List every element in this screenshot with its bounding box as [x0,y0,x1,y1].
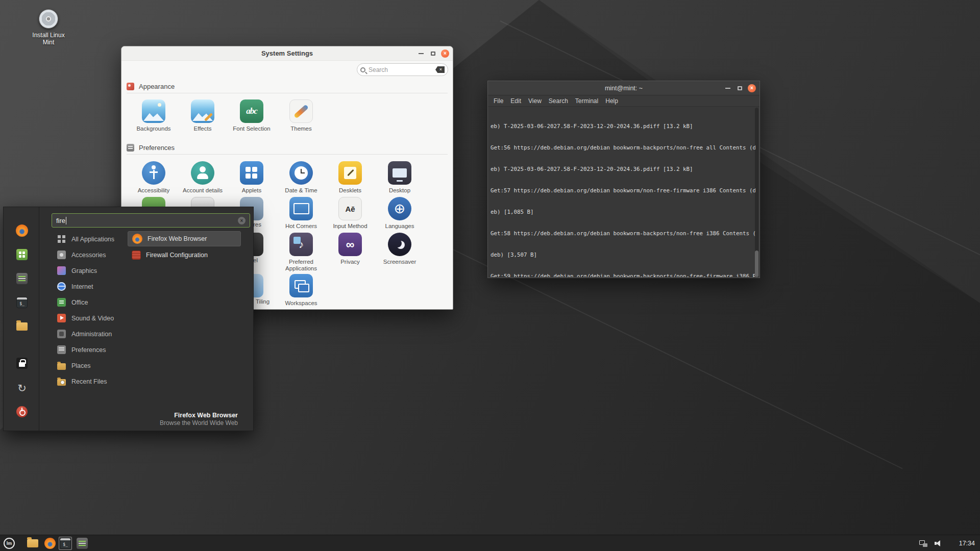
clear-search-icon[interactable]: × [435,66,445,73]
tile-label: Account details [179,187,226,194]
system-tray [919,535,942,551]
terminal-favorite-button[interactable]: $_ [15,295,29,310]
settings-maximize-button[interactable] [428,46,438,61]
software-sources-button[interactable] [15,271,29,286]
lock-screen-button[interactable] [15,356,29,370]
category-graphics[interactable]: Graphics [53,263,127,279]
category-label: Preferences [71,346,106,354]
tile-label: Desklets [327,187,374,194]
category-administration[interactable]: Administration [53,326,127,342]
input-method-icon: Aē [338,197,362,220]
system-settings-app-button[interactable] [76,537,89,550]
category-preferences[interactable]: Preferences [53,342,127,358]
tile-languages[interactable]: ⊕ Languages [376,197,423,230]
settings-titlebar[interactable]: System Settings × [121,46,453,61]
category-accessories[interactable]: Accessories [53,247,127,263]
result-label: Firefox Web Browser [148,235,207,242]
logout-button[interactable]: ↻ [15,381,29,395]
tile-accessibility[interactable]: Accessibility [130,161,177,194]
tile-themes[interactable]: Themes [278,99,325,132]
category-label: Accessories [71,252,106,259]
settings-search-input[interactable]: Search × [357,63,448,76]
tile-preferred-applications[interactable]: ♪ Preferred Applications [278,233,325,272]
category-label: Graphics [71,267,97,274]
category-label: All Applications [71,236,114,243]
software-manager-icon [16,249,28,260]
files-favorite-button[interactable] [15,319,29,334]
tile-workspaces[interactable]: Workspaces [278,274,325,307]
menu-edit[interactable]: Edit [507,97,525,105]
menu-terminal[interactable]: Terminal [572,97,602,105]
volume-icon[interactable] [935,540,942,547]
category-internet[interactable]: Internet [53,279,127,294]
network-icon[interactable] [919,540,927,547]
menu-search[interactable]: Search [545,97,572,105]
preferences-section-header: Preferences [127,141,448,155]
install-shortcut-label: Install Linux Mint [29,32,68,46]
tile-screensaver[interactable]: Screensaver [376,233,423,265]
tile-label: Effects [179,126,226,132]
tile-account-details[interactable]: Account details [179,161,226,194]
panel-clock[interactable]: 17:34 [959,535,975,551]
menu-help[interactable]: Help [602,97,622,105]
taskbar-panel: lm $_ 17:34 [0,535,980,551]
terminal-maximize-button[interactable] [734,81,745,95]
terminal-line: Get:58 https://deb.debian.org/debian boo… [491,230,757,237]
menu-search-input[interactable]: fire × [52,213,250,228]
menu-sidebar: $_ ↻ [4,207,39,431]
result-firefox-web-browser[interactable]: Firefox Web Browser [128,231,241,246]
tile-input-method[interactable]: Aē Input Method [327,197,374,230]
terminal-scrollbar-thumb[interactable] [755,251,758,277]
menu-file[interactable]: File [490,97,507,105]
terminal-line: Get:57 https://deb.debian.org/debian boo… [491,187,757,194]
partial-tile-label: res [253,221,261,228]
tile-privacy[interactable]: ∞ Privacy [327,233,374,265]
tile-effects[interactable]: Effects [179,99,226,132]
graphics-icon [57,266,66,275]
mint-menu: $_ ↻ fire × All Applications Accessories… [3,207,254,431]
software-sources-icon [16,273,28,284]
install-linux-mint-shortcut[interactable]: Install Linux Mint [29,9,68,46]
date-time-icon [289,161,313,185]
tile-backgrounds[interactable]: Backgrounds [130,99,177,132]
category-label: Office [71,299,88,306]
tile-desktop[interactable]: Desktop [376,161,423,194]
shutdown-button[interactable] [15,405,29,419]
menu-view[interactable]: View [525,97,545,105]
terminal-minimize-button[interactable] [723,81,733,95]
tile-date-time[interactable]: Date & Time [278,161,325,194]
category-office[interactable]: Office [53,294,127,310]
tile-hot-corners[interactable]: Hot Corners [278,197,325,230]
result-label: Firewall Configuration [146,252,208,259]
selected-app-name: Firefox Web Browser [160,412,238,419]
tile-applets[interactable]: Applets [228,161,275,194]
folder-icon [27,539,38,547]
category-places[interactable]: Places [53,358,127,373]
terminal-close-button[interactable]: × [747,81,757,95]
files-app-button[interactable] [26,537,39,550]
power-icon [16,406,28,417]
result-firewall-configuration[interactable]: Firewall Configuration [128,247,241,263]
settings-window-title: System Settings [261,49,313,57]
preferences-section-icon [127,144,134,152]
tile-desklets[interactable]: Desklets [327,161,374,194]
firefox-icon [44,538,56,549]
accessibility-icon [142,161,165,185]
category-sound-video[interactable]: Sound & Video [53,310,127,326]
clear-search-icon[interactable]: × [238,217,246,224]
tile-label: Accessibility [130,187,177,194]
terminal-app-button[interactable]: $_ [59,537,72,550]
mint-menu-button[interactable]: lm [3,537,16,550]
terminal-line: eb) T-2025-03-06-2027.58-F-2023-12-20-20… [491,123,757,130]
font-selection-icon: abc [240,99,263,123]
tile-font-selection[interactable]: abc Font Selection [228,99,275,132]
settings-close-button[interactable]: × [440,46,450,61]
category-recent-files[interactable]: Recent Files [53,373,127,389]
firefox-app-button[interactable] [43,537,57,550]
firefox-favorite-button[interactable] [15,223,29,238]
software-manager-button[interactable] [15,247,29,262]
preferences-section-label: Preferences [139,144,175,152]
terminal-titlebar[interactable]: mint@mint: ~ × [488,81,760,95]
category-all-applications[interactable]: All Applications [53,231,127,247]
settings-minimize-button[interactable] [416,46,426,61]
